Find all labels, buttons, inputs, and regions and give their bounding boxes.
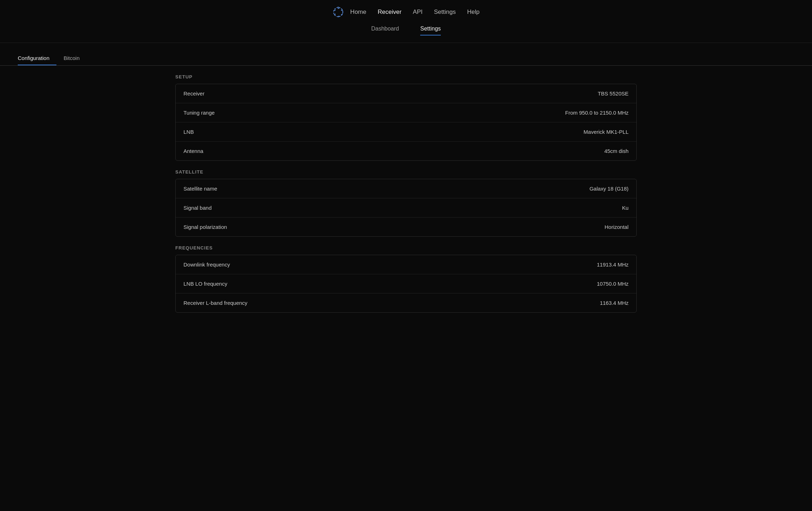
- setup-card: Receiver TBS 5520SE Tuning range From 95…: [175, 84, 637, 161]
- satellite-name-value: Galaxy 18 (G18): [589, 186, 629, 192]
- table-row: Tuning range From 950.0 to 2150.0 MHz: [176, 103, 636, 122]
- nav-help[interactable]: Help: [467, 9, 479, 17]
- receiver-lband-freq-label: Receiver L-band frequency: [183, 300, 247, 306]
- receiver-label: Receiver: [183, 90, 204, 97]
- nav-divider: [0, 43, 812, 43]
- tuning-range-value: From 950.0 to 2150.0 MHz: [565, 110, 629, 116]
- table-row: Signal band Ku: [176, 198, 636, 218]
- sub-nav: Dashboard Settings: [0, 19, 812, 35]
- table-row: Signal polarization Horizontal: [176, 218, 636, 236]
- signal-band-label: Signal band: [183, 205, 212, 211]
- svg-point-6: [334, 10, 335, 11]
- signal-band-value: Ku: [622, 205, 629, 211]
- lnb-value: Maverick MK1-PLL: [583, 129, 629, 135]
- nav-home[interactable]: Home: [350, 9, 366, 17]
- table-row: LNB LO frequency 10750.0 MHz: [176, 274, 636, 293]
- table-row: Downlink frequency 11913.4 MHz: [176, 255, 636, 274]
- svg-point-3: [341, 14, 342, 15]
- top-nav: Home Receiver API Settings Help Dashboar…: [0, 0, 812, 35]
- nav-settings[interactable]: Settings: [434, 9, 456, 17]
- sub-nav-settings[interactable]: Settings: [420, 26, 441, 35]
- antenna-value: 45cm dish: [604, 148, 629, 154]
- satellite-card: Satellite name Galaxy 18 (G18) Signal ba…: [175, 179, 637, 237]
- antenna-label: Antenna: [183, 148, 203, 154]
- signal-polarization-value: Horizontal: [604, 224, 629, 230]
- downlink-freq-value: 11913.4 MHz: [597, 262, 629, 268]
- tab-configuration[interactable]: Configuration: [18, 51, 56, 65]
- nav-receiver[interactable]: Receiver: [378, 9, 401, 17]
- table-row: Satellite name Galaxy 18 (G18): [176, 179, 636, 198]
- nav-links: Home Receiver API Settings Help: [350, 9, 479, 17]
- satellite-heading: SATELLITE: [175, 169, 637, 175]
- main-content: SETUP Receiver TBS 5520SE Tuning range F…: [158, 74, 654, 313]
- sub-nav-dashboard[interactable]: Dashboard: [371, 26, 399, 35]
- config-tabs: Configuration Bitcoin: [0, 51, 812, 66]
- logo: [333, 6, 344, 19]
- tab-bitcoin[interactable]: Bitcoin: [64, 51, 87, 65]
- receiver-value: TBS 5520SE: [598, 90, 629, 97]
- setup-heading: SETUP: [175, 74, 637, 79]
- tuning-range-label: Tuning range: [183, 110, 215, 116]
- receiver-lband-freq-value: 1163.4 MHz: [600, 300, 629, 306]
- table-row: Antenna 45cm dish: [176, 142, 636, 160]
- downlink-freq-label: Downlink frequency: [183, 262, 230, 268]
- frequencies-card: Downlink frequency 11913.4 MHz LNB LO fr…: [175, 255, 637, 313]
- lnb-lo-freq-value: 10750.0 MHz: [597, 281, 629, 287]
- table-row: LNB Maverick MK1-PLL: [176, 122, 636, 142]
- table-row: Receiver TBS 5520SE: [176, 84, 636, 103]
- frequencies-heading: FREQUENCIES: [175, 245, 637, 251]
- table-row: Receiver L-band frequency 1163.4 MHz: [176, 293, 636, 312]
- lnb-lo-freq-label: LNB LO frequency: [183, 281, 227, 287]
- satellite-name-label: Satellite name: [183, 186, 217, 192]
- nav-api[interactable]: API: [413, 9, 422, 17]
- lnb-label: LNB: [183, 129, 194, 135]
- signal-polarization-label: Signal polarization: [183, 224, 227, 230]
